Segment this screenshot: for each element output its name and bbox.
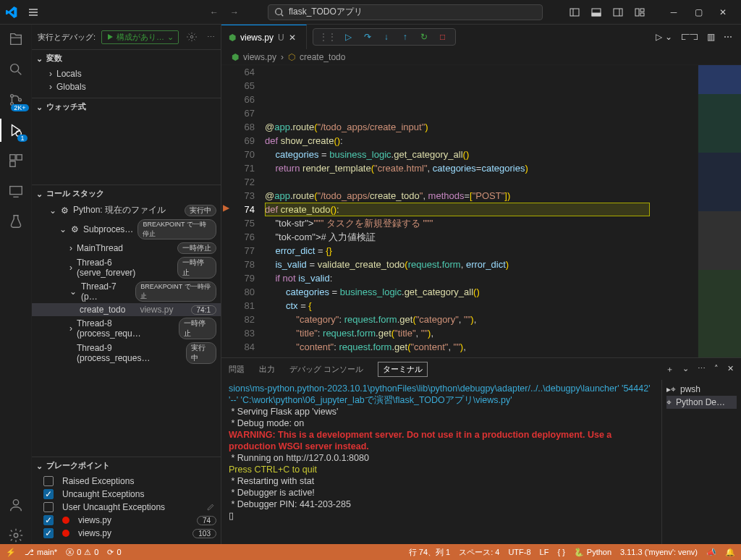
more-icon[interactable]: ⋯ [207,33,215,42]
svg-point-9 [10,95,13,98]
bp-raised[interactable]: Raised Exceptions [32,475,221,488]
accounts-icon[interactable] [7,496,25,514]
maximize-panel-icon[interactable]: ˄ [714,364,719,375]
activity-bar: 2K+ 1 [0,25,32,544]
restart-icon[interactable]: ↻ [418,30,431,43]
indentation[interactable]: スペース: 4 [459,547,499,558]
ports-status[interactable]: ⟳0 [107,548,121,557]
warning-icon: ⚠ [84,548,91,557]
tab-debug-console[interactable]: デバッグ コンソール [289,362,363,377]
callstack-header[interactable]: ⌄コール スタック [32,185,221,201]
nav-back-icon[interactable]: ← [207,5,221,20]
status-bar: ⚡ ⎇main* ⓧ0 ⚠0 ⟳0 行 74、列 1 スペース: 4 UTF-8… [0,544,741,560]
source-control-icon[interactable]: 2K+ [7,91,25,109]
checkbox-icon[interactable] [43,502,54,512]
bottom-panel: 問題 出力 デバッグ コンソール ターミナル ＋ ⌄ ⋯ ˄ ✕ sions\m… [221,357,741,544]
terminal-item[interactable]: ⌖Python De… [666,396,737,409]
layout-right-icon[interactable] [612,7,624,18]
watch-header[interactable]: ⌄ウォッチ式 [32,98,221,114]
stop-icon[interactable]: □ [436,30,449,43]
gear-icon[interactable] [187,32,197,42]
variables-header[interactable]: ⌄変数 [32,50,221,66]
bp-file-line[interactable]: ✓views.py74 [32,514,221,527]
run-icon[interactable]: ▷ [656,32,662,42]
minimap[interactable] [698,65,741,357]
testing-icon[interactable] [7,213,25,230]
language-mode[interactable]: 🐍 Python [574,548,611,557]
stack-frame[interactable]: create_todoviews.py74:1 [32,303,221,316]
new-terminal-icon[interactable]: ＋ [666,364,674,375]
more-icon[interactable]: ⋯ [698,364,706,375]
debug-toolbar[interactable]: ⋮⋮ ▷ ↷ ↓ ↑ ↻ □ [313,28,456,46]
vscode-logo-icon [6,7,17,18]
bp-uncaught[interactable]: ✓Uncaught Exceptions [32,488,221,501]
tree-item[interactable]: ›Globals [32,80,221,93]
explorer-icon[interactable] [7,30,25,48]
nav-forward-icon[interactable]: → [227,5,242,20]
tab-problems[interactable]: 問題 [229,362,245,377]
terminal-item[interactable]: ▸⌖pwsh [666,383,737,396]
split-icon[interactable]: ⫍⫎ [681,32,698,42]
cursor-position[interactable]: 行 74、列 1 [409,547,450,558]
more-icon[interactable]: ⋯ [724,32,732,42]
maximize-icon[interactable]: ▢ [686,2,711,22]
layout-bottom-icon[interactable] [590,7,602,18]
settings-gear-icon[interactable] [7,527,25,544]
grip-icon[interactable]: ⋮⋮ [319,32,336,42]
checkbox-checked-icon[interactable]: ✓ [43,528,54,538]
stack-thread[interactable]: ›MainThread一時停止 [32,241,221,255]
braces-icon[interactable]: { } [557,548,564,556]
eol[interactable]: LF [540,548,549,556]
stack-subprocess[interactable]: ⌄⚙Subproces…BREAKPOINT で一時停止 [32,218,221,241]
customize-layout-icon[interactable] [634,7,645,18]
checkbox-icon[interactable] [43,476,54,486]
remote-icon[interactable] [7,182,25,200]
stack-thread[interactable]: ›Thread-8 (process_requ…一時停止 [32,316,221,341]
stack-thread[interactable]: ⌄Thread-7 (p…BREAKPOINT で一時停止 [32,280,221,303]
bp-file-line[interactable]: ✓views.py103 [32,527,221,540]
search-text: flask_TODOアプリ [289,6,363,18]
chevron-down-icon[interactable]: ⌄ [682,364,689,375]
code-editor[interactable]: ▶ 64656667686970717273747576777879808182… [221,65,741,357]
breadcrumb[interactable]: ⬢ views.py › ⬡ create_todo [221,49,741,65]
breakpoint-arrow-icon: ▶ [223,203,229,213]
close-icon[interactable]: ✕ [289,33,299,43]
close-window-icon[interactable]: ✕ [711,2,735,22]
search-activity-icon[interactable] [7,61,25,78]
continue-icon[interactable]: ▷ [342,30,355,43]
svg-point-18 [14,533,18,538]
encoding[interactable]: UTF-8 [508,548,530,556]
debug-config-selector[interactable]: 構成があり… ⌄ [101,30,179,44]
step-out-icon[interactable]: ↑ [399,30,412,43]
step-over-icon[interactable]: ↷ [361,30,374,43]
feedback-icon[interactable]: 📣 [706,548,716,557]
stack-thread[interactable]: ›Thread-6 (serve_forever)一時停止 [32,255,221,280]
stack-thread[interactable]: ›Thread-9 (process_reques…実行中 [32,341,221,365]
editor-tab[interactable]: ⬢ views.py U ✕ [221,25,307,49]
tab-output[interactable]: 出力 [259,362,275,377]
close-panel-icon[interactable]: ✕ [727,364,734,375]
remote-indicator[interactable]: ⚡ [6,548,16,557]
tree-item[interactable]: ›Locals [32,67,221,80]
run-debug-icon[interactable]: 1 [7,122,25,139]
layout-left-icon[interactable] [569,7,580,18]
split-editor-icon[interactable]: ▥ [707,32,715,42]
menu-icon[interactable] [27,7,39,18]
svg-rect-3 [592,13,601,16]
tab-terminal[interactable]: ターミナル [378,362,428,377]
command-center[interactable]: flask_TODOアプリ [268,4,543,20]
python-interpreter[interactable]: 3.11.3 ('myenv': venv) [620,548,698,556]
step-into-icon[interactable]: ↓ [380,30,393,43]
pencil-icon[interactable] [206,503,215,512]
extensions-icon[interactable] [7,152,25,169]
stack-session[interactable]: ⌄⚙Python: 現在のファイル実行中 [32,203,221,218]
bp-user-uncaught[interactable]: User Uncaught Exceptions [32,501,221,514]
checkbox-checked-icon[interactable]: ✓ [43,489,54,499]
terminal-output[interactable]: sions\ms-python.python-2023.10.1\pythonF… [221,380,661,544]
checkbox-checked-icon[interactable]: ✓ [43,515,54,525]
breakpoints-header[interactable]: ⌄ブレークポイント [32,457,221,473]
git-branch[interactable]: ⎇main* [25,548,57,557]
notifications-icon[interactable]: 🔔 [725,548,735,557]
minimize-icon[interactable]: ─ [661,2,686,22]
problems-status[interactable]: ⓧ0 ⚠0 [66,547,98,558]
